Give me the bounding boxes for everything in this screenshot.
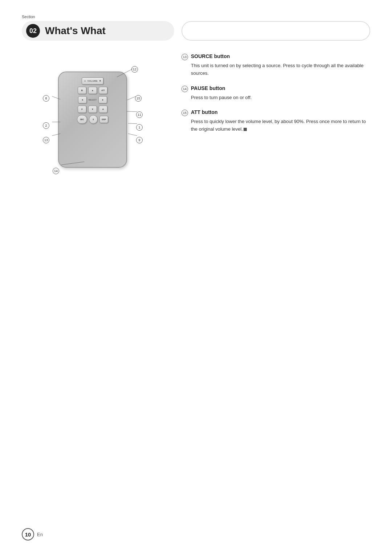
callout-13: 13 [43,137,49,143]
item-14-heading: 14 PAUSE button [181,85,370,92]
item-15-desc: Press to quickly lower the volume level,… [191,118,370,133]
remote-wrapper: − VOLUME + B ▲ ATT [40,61,156,184]
f-button: F [78,106,86,113]
item-13-number: 13 [181,54,188,60]
svg-line-7 [128,134,137,136]
section-label: Section [22,15,35,19]
callout-14: 14 [53,168,59,174]
item-13-heading: 13 SOURCE button [181,53,370,60]
item-13-title: SOURCE button [191,53,230,59]
disp-button: DISP [99,116,108,123]
left-button: ◄ [78,96,87,103]
callout-15: 15 [135,95,142,102]
remote-body: − VOLUME + B ▲ ATT [58,72,127,168]
remote-row-2: B ▲ ATT [62,87,123,94]
vol-plus: + [99,79,101,83]
remote-row-4: F ▼ A [62,106,123,113]
callout-8: 8 [43,95,49,102]
item-15-number: 15 [181,110,188,116]
src-button: SRC [77,115,87,124]
item-14-title: PAUSE button [191,85,225,91]
page-number: 10 [22,528,34,540]
callout-2: 2 [43,122,49,129]
item-14-desc: Press to turn pause on or off. [191,94,370,102]
callout-1: 1 [136,124,143,131]
vol-label: VOLUME [87,80,98,82]
section-number: 02 [26,24,40,38]
b-button: B [78,87,86,94]
right-button: ► [98,96,107,103]
remote-row-volume: − VOLUME + [62,77,123,85]
main-content: − VOLUME + B ▲ ATT [22,53,370,184]
att-button: ATT [99,87,107,94]
item-15: 15 ATT button Press to quickly lower the… [181,109,370,133]
remote-row-select: ◄ SELECT ► [62,96,123,103]
item-13: 13 SOURCE button This unit is turned on … [181,53,370,77]
section-title: What's What [45,25,106,37]
end-mark [244,128,247,131]
page: Section 02 What's What − VOLUME + [0,0,392,555]
diagram-area: − VOLUME + B ▲ ATT [22,53,174,184]
item-14-number: 14 [181,86,188,92]
header-right-box [181,21,370,41]
callout-9: 9 [136,137,143,143]
svg-line-3 [127,111,137,112]
up-button: ▲ [88,87,97,94]
language-label: En [37,532,43,537]
a-button: A [99,106,107,113]
item-15-title: ATT button [191,109,218,115]
select-label: SELECT [89,99,97,101]
volume-button: − VOLUME + [82,77,103,85]
item-15-heading: 15 ATT button [181,109,370,116]
vol-minus: − [84,79,86,83]
section-header: 02 What's What [22,21,174,41]
footer: 10 En [22,528,43,540]
item-14: 14 PAUSE button Press to turn pause on o… [181,85,370,102]
pause-button: II [89,115,98,124]
down-button: ▼ [88,106,97,113]
remote-row-5: SRC II DISP [62,115,123,124]
item-13-desc: This unit is turned on by selecting a so… [191,62,370,77]
text-area: 13 SOURCE button This unit is turned on … [174,53,370,184]
callout-11: 11 [136,111,143,118]
svg-line-5 [128,123,137,124]
callout-12: 12 [131,66,138,73]
